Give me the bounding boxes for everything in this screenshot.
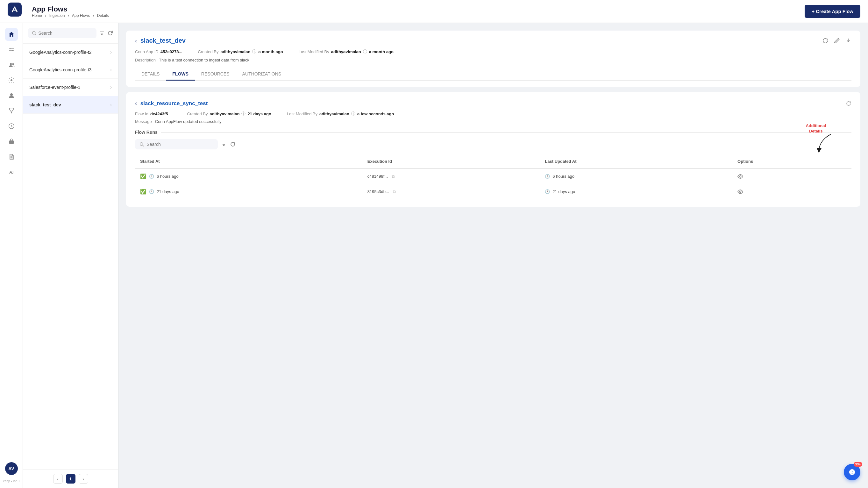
last-modified-value: adithyavimalan: [331, 50, 361, 54]
item-arrow-icon: ›: [110, 67, 112, 72]
execution-id-content: 8195c3db... ⧉: [368, 189, 535, 194]
svg-point-30: [740, 176, 741, 177]
started-at-cell: ✅ 🕐 21 days ago: [135, 184, 362, 200]
sidebar-item-flow[interactable]: [5, 104, 18, 117]
item-name: Salesforce-event-profile-1: [29, 85, 80, 90]
page-1-button[interactable]: 1: [66, 474, 75, 484]
created-by-value: adithyavimalan: [220, 50, 250, 54]
last-modified-ago: a month ago: [369, 50, 394, 54]
help-button[interactable]: 99+: [844, 464, 860, 480]
filter-icon[interactable]: [99, 30, 105, 36]
list-item[interactable]: Salesforce-event-profile-1 ›: [23, 79, 118, 96]
app-wrapper: App Flows Home › Ingestion › App Flows ›…: [0, 0, 868, 488]
help-button-container: 99+: [844, 464, 860, 480]
svg-rect-15: [9, 141, 14, 144]
last-modified-info-icon: ⓘ: [363, 49, 367, 55]
download-icon[interactable]: [845, 38, 851, 44]
table-filter-icon[interactable]: [221, 142, 227, 147]
sync-icon[interactable]: [822, 38, 829, 44]
tab-details[interactable]: DETAILS: [135, 68, 166, 81]
svg-point-7: [10, 93, 13, 96]
conn-app-id: Conn App ID 452e9278...: [135, 50, 190, 54]
table-header-row: Started At Execution Id Last Updated At …: [135, 154, 851, 169]
sidebar-item-people[interactable]: [5, 59, 18, 71]
table-toolbar: [135, 139, 851, 149]
resource-title[interactable]: slack_resource_sync_test: [141, 100, 208, 107]
edit-icon[interactable]: [834, 38, 840, 44]
list-item[interactable]: GoogleAnalytics-conn-profile-t3 ›: [23, 61, 118, 79]
breadcrumb-app-flows[interactable]: App Flows: [72, 13, 90, 18]
svg-line-26: [143, 145, 144, 147]
sidebar-item-filter[interactable]: [5, 43, 18, 56]
resource-refresh-icon[interactable]: [846, 101, 851, 106]
back-arrow-icon[interactable]: ‹: [135, 37, 137, 44]
view-details-icon[interactable]: [738, 189, 743, 194]
execution-id-cell: c481498f... ⧉: [362, 169, 540, 184]
search-input[interactable]: [38, 31, 93, 36]
last-updated-at-cell: 🕐 6 hours ago: [540, 169, 732, 184]
item-name: slack_test_dev: [29, 102, 61, 108]
svg-point-6: [10, 79, 12, 81]
top-bar: App Flows Home › Ingestion › App Flows ›…: [0, 0, 868, 23]
clock-icon: 🕐: [149, 189, 154, 194]
list-item-active[interactable]: slack_test_dev ›: [23, 96, 118, 114]
item-arrow-icon: ›: [110, 50, 112, 55]
page-title: App Flows: [32, 5, 109, 13]
sidebar-item-text[interactable]: A B: [5, 165, 18, 178]
create-app-flow-button[interactable]: + Create App Flow: [805, 5, 860, 18]
flow-title[interactable]: slack_test_dev: [141, 37, 186, 44]
table-search-icon: [140, 142, 144, 147]
created-by: Created By adithyavimalan ⓘ a month ago: [198, 49, 291, 55]
refresh-icon[interactable]: [107, 30, 113, 36]
description-label: Description: [135, 58, 156, 62]
created-info-icon: ⓘ: [252, 49, 256, 55]
sidebar-item-bag[interactable]: [5, 135, 18, 148]
next-page-button[interactable]: ›: [79, 474, 88, 484]
copy-icon[interactable]: ⧉: [393, 189, 396, 194]
th-last-updated-at: Last Updated At: [540, 154, 732, 169]
tab-resources[interactable]: RESOURCES: [195, 68, 236, 81]
svg-point-10: [11, 112, 12, 113]
tab-flows[interactable]: FLOWS: [166, 68, 195, 81]
svg-point-25: [140, 143, 143, 146]
last-updated-content: 🕐 6 hours ago: [545, 174, 727, 179]
sidebar: A B AV cdap - V2.0: [0, 23, 23, 488]
sidebar-item-document[interactable]: [5, 150, 18, 163]
flow-title-row: ‹ slack_test_dev: [135, 37, 851, 44]
sidebar-item-settings[interactable]: [5, 74, 18, 87]
clock-icon-2: 🕐: [545, 189, 550, 194]
breadcrumb-home[interactable]: Home: [32, 13, 42, 18]
started-at-cell: ✅ 🕐 6 hours ago: [135, 169, 362, 184]
resource-card: ‹ slack_resource_sync_test Flow Id de424…: [126, 92, 860, 207]
copy-icon[interactable]: ⧉: [392, 174, 395, 179]
table-search-input[interactable]: [147, 142, 213, 147]
last-updated-content: 🕐 21 days ago: [545, 189, 727, 194]
breadcrumb-ingestion[interactable]: Ingestion: [49, 13, 65, 18]
last-modified: Last Modified By adithyavimalan ⓘ a mont…: [299, 49, 401, 55]
table-row: ✅ 🕐 21 days ago 8195c3db... ⧉: [135, 184, 851, 200]
user-avatar[interactable]: AV: [5, 462, 18, 475]
success-check-icon: ✅: [140, 189, 147, 194]
started-at-content: ✅ 🕐 21 days ago: [140, 189, 357, 194]
prev-page-button[interactable]: ‹: [53, 474, 63, 484]
resource-last-modified-value: adithyavimalan: [319, 112, 349, 116]
sidebar-item-user[interactable]: [5, 89, 18, 102]
notification-badge: 99+: [854, 462, 862, 467]
view-details-icon[interactable]: [738, 174, 743, 179]
svg-point-9: [13, 108, 14, 110]
message-label: Message: [135, 119, 152, 124]
sidebar-item-home[interactable]: [5, 28, 18, 41]
conn-app-id-label: Conn App ID: [135, 50, 159, 54]
resource-created-by-label: Created By: [187, 112, 208, 116]
options-content: [738, 189, 846, 194]
list-item[interactable]: GoogleAnalytics-conn-profile-t2 ›: [23, 43, 118, 61]
resource-created-ago: 21 days ago: [247, 112, 271, 116]
resource-last-modified-ago: a few seconds ago: [357, 112, 394, 116]
resource-back-arrow-icon[interactable]: ‹: [135, 100, 137, 107]
tab-authorizations[interactable]: AUTHORIZATIONS: [236, 68, 288, 81]
sidebar-item-clock[interactable]: [5, 120, 18, 132]
annotation-container: Additional Details: [135, 139, 851, 149]
table-refresh-icon[interactable]: [230, 142, 236, 147]
options-cell: [732, 184, 851, 200]
clock-icon-2: 🕐: [545, 174, 550, 179]
